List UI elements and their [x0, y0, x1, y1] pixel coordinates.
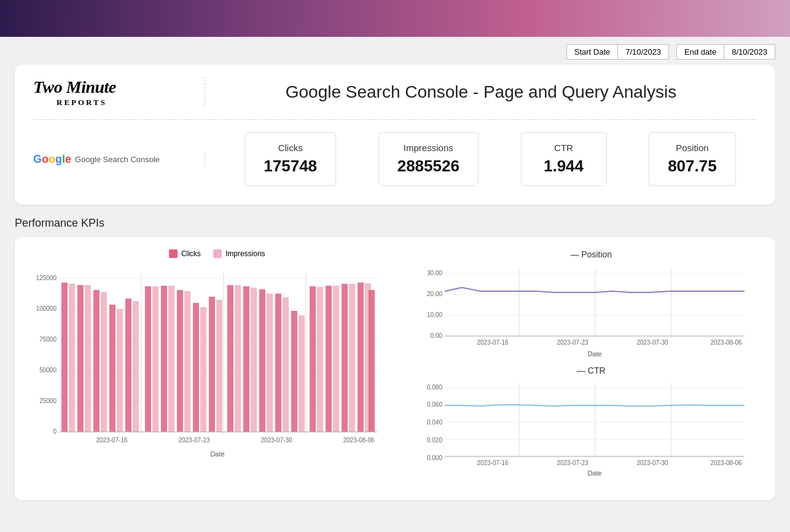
g-yellow: o	[49, 153, 55, 165]
svg-text:30.00: 30.00	[427, 270, 442, 276]
svg-rect-35	[227, 285, 233, 432]
svg-rect-26	[152, 286, 158, 432]
svg-rect-49	[342, 284, 348, 432]
svg-rect-37	[243, 286, 249, 432]
kpi-clicks-value: 175748	[264, 157, 317, 176]
position-chart-wrapper: — Position 30.00 20.00 10.00 0.00	[419, 249, 763, 359]
svg-text:2023-08-06: 2023-08-06	[343, 437, 375, 444]
legend-clicks-dot	[169, 249, 178, 258]
search-console-text: Google Search Console	[75, 155, 160, 164]
svg-rect-21	[109, 305, 115, 432]
svg-text:2023-07-30: 2023-07-30	[637, 460, 669, 466]
svg-text:25000: 25000	[39, 397, 57, 404]
kpi-position-label: Position	[668, 143, 717, 153]
svg-text:Date: Date	[588, 469, 602, 477]
title-section: Google Search Console - Page and Query A…	[205, 82, 757, 102]
start-date-label: Start Date	[566, 44, 619, 60]
bar-chart-svg: 125000 100000 75000 50000 25000 0	[27, 263, 389, 460]
charts-outer-card: Clicks Impressions 125000 100000 75000 5…	[15, 237, 775, 500]
svg-rect-17	[77, 285, 84, 432]
bar-legend: Clicks Impressions	[27, 249, 407, 258]
legend-clicks-label: Clicks	[181, 249, 201, 258]
kpi-cards: Clicks 175748 Impressions 2885526 CTR 1.…	[205, 132, 757, 186]
svg-rect-38	[251, 288, 257, 432]
svg-text:Date: Date	[210, 450, 224, 458]
svg-text:100000: 100000	[36, 305, 57, 312]
legend-impressions-dot	[213, 249, 222, 258]
svg-rect-46	[317, 287, 323, 432]
svg-text:20.00: 20.00	[427, 291, 442, 297]
performance-section: Performance KPIs Clicks Impressions	[0, 217, 790, 512]
charts-row: Clicks Impressions 125000 100000 75000 5…	[27, 249, 763, 482]
logo-line1: Two Minute	[33, 77, 116, 98]
svg-rect-24	[133, 301, 139, 432]
svg-rect-29	[177, 290, 183, 432]
legend-impressions: Impressions	[213, 249, 265, 258]
svg-text:2023-07-23: 2023-07-23	[557, 339, 589, 346]
svg-rect-16	[69, 284, 75, 432]
position-chart-svg: 30.00 20.00 10.00 0.00	[419, 264, 751, 359]
svg-text:10.00: 10.00	[427, 311, 442, 318]
svg-rect-48	[333, 286, 339, 432]
svg-text:125000: 125000	[36, 275, 57, 281]
svg-rect-43	[291, 311, 297, 432]
svg-text:0.020: 0.020	[427, 437, 442, 444]
start-date-value: 7/10/2023	[618, 44, 669, 60]
top-banner	[0, 0, 790, 37]
svg-text:2023-07-23: 2023-07-23	[178, 437, 210, 444]
svg-text:2023-08-06: 2023-08-06	[711, 339, 743, 346]
kpi-clicks-label: Clicks	[264, 143, 317, 153]
page-title: Google Search Console - Page and Query A…	[205, 82, 757, 102]
svg-text:2023-07-16: 2023-07-16	[477, 460, 509, 466]
svg-rect-31	[193, 303, 199, 432]
kpi-ctr-label: CTR	[540, 143, 588, 153]
svg-text:0.080: 0.080	[427, 384, 442, 391]
svg-rect-44	[299, 315, 305, 432]
svg-rect-18	[85, 285, 91, 432]
position-chart-title: — Position	[419, 249, 763, 259]
svg-rect-22	[117, 309, 123, 432]
svg-text:0.040: 0.040	[427, 419, 442, 426]
g-red: o	[42, 153, 49, 165]
kpi-position-value: 807.75	[668, 157, 717, 176]
svg-rect-15	[61, 283, 68, 432]
svg-rect-39	[259, 289, 265, 432]
svg-text:50000: 50000	[39, 367, 57, 374]
svg-rect-53	[369, 290, 375, 432]
date-bar: Start Date 7/10/2023 End date 8/10/2023	[0, 44, 790, 65]
svg-rect-34	[216, 300, 222, 432]
svg-text:0.000: 0.000	[427, 455, 442, 461]
ctr-chart-wrapper: — CTR 0.080 0.060 0.040 0.020 0.000	[419, 366, 763, 482]
end-date-value: 8/10/2023	[724, 44, 775, 60]
svg-rect-36	[235, 285, 241, 432]
svg-text:2023-07-16: 2023-07-16	[96, 437, 128, 444]
svg-rect-25	[145, 286, 151, 432]
two-minute-logo: Two Minute REPORTS	[33, 77, 116, 107]
svg-rect-19	[93, 290, 100, 432]
logo-line2: REPORTS	[57, 98, 116, 108]
end-date-label: End date	[676, 44, 724, 60]
main-card: Two Minute REPORTS Google Search Console…	[15, 65, 775, 205]
svg-rect-33	[209, 297, 215, 432]
kpi-impressions: Impressions 2885526	[378, 132, 479, 186]
svg-rect-20	[101, 292, 107, 432]
svg-text:2023-07-30: 2023-07-30	[260, 437, 292, 444]
kpi-position: Position 807.75	[649, 132, 736, 186]
g-red2: e	[65, 153, 71, 165]
svg-rect-45	[310, 286, 316, 432]
performance-title: Performance KPIs	[15, 217, 775, 230]
svg-text:2023-07-30: 2023-07-30	[637, 339, 669, 346]
divider	[33, 119, 757, 120]
svg-rect-41	[275, 294, 281, 432]
legend-clicks: Clicks	[169, 249, 201, 258]
legend-impressions-label: Impressions	[225, 249, 265, 258]
svg-rect-50	[349, 284, 355, 432]
kpi-ctr: CTR 1.944	[521, 132, 607, 186]
svg-text:Date: Date	[588, 350, 602, 358]
svg-rect-27	[161, 286, 167, 432]
svg-rect-23	[125, 299, 131, 432]
svg-rect-47	[326, 286, 332, 432]
svg-text:0: 0	[53, 428, 57, 435]
svg-text:2023-07-16: 2023-07-16	[477, 339, 509, 346]
svg-text:2023-07-23: 2023-07-23	[557, 460, 589, 466]
